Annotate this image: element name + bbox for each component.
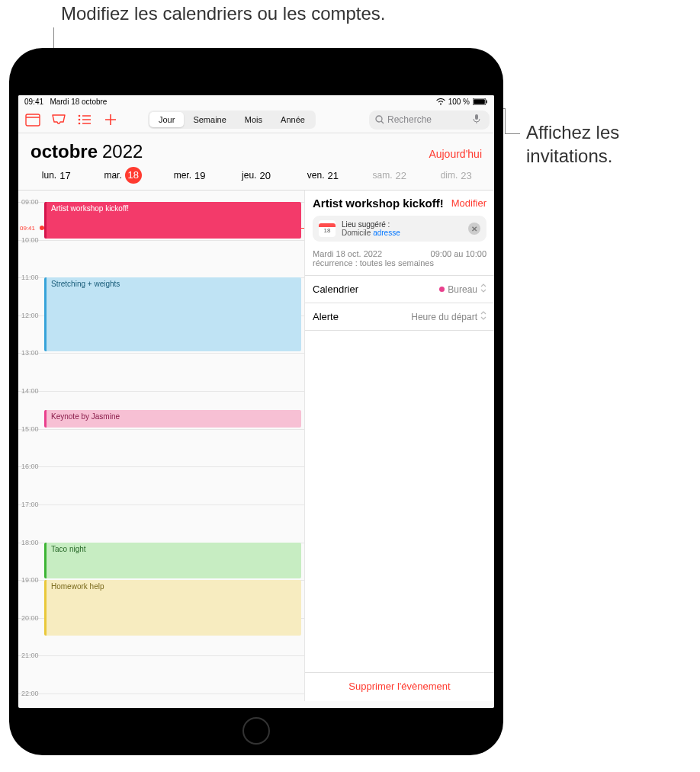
weekday-jeu.[interactable]: jeu.20 — [223, 167, 289, 184]
weekday-label: ven. — [307, 170, 325, 181]
mic-icon[interactable] — [473, 114, 483, 127]
calendar-day-icon: 18 — [319, 220, 336, 237]
list-icon[interactable] — [75, 110, 95, 130]
weekdays-row: lun.17mar.18mer.19jeu.20ven.21sam.22dim.… — [18, 167, 494, 191]
callout-line-2 — [505, 133, 520, 134]
seg-year[interactable]: Année — [271, 112, 314, 127]
callout-right-l1: Affichez les — [526, 122, 619, 143]
svg-line-14 — [381, 121, 384, 123]
toolbar: Jour Semaine Mois Année Recherche — [18, 107, 494, 133]
seg-week[interactable]: Semaine — [184, 112, 235, 127]
hour-row: 13:00 — [18, 353, 304, 354]
screen: 09:41 Mardi 18 octobre 100 % — [18, 95, 494, 708]
hour-row: 14:00 — [18, 391, 304, 392]
hour-row: 21:00 — [18, 655, 304, 656]
svg-point-6 — [79, 119, 81, 121]
hour-label: 19:00 — [21, 576, 39, 584]
svg-point-5 — [79, 115, 81, 117]
svg-rect-2 — [486, 101, 486, 104]
wifi-icon — [436, 98, 445, 105]
svg-point-7 — [79, 123, 81, 125]
updown-icon — [480, 283, 486, 295]
suggested-location[interactable]: 18 Lieu suggéré : Domicile adresse ✕ — [313, 216, 486, 242]
svg-rect-15 — [475, 114, 478, 120]
weekday-mer.[interactable]: mer.19 — [156, 167, 223, 184]
hour-label: 20:00 — [21, 614, 39, 622]
hour-label: 16:00 — [21, 463, 39, 470]
event-block[interactable]: Stretching + weights — [44, 277, 301, 351]
seg-day[interactable]: Jour — [149, 112, 184, 127]
alert-label: Alerte — [313, 311, 339, 322]
alert-value: Heure du départ — [411, 312, 477, 322]
calendar-label: Calendrier — [313, 283, 358, 295]
now-label: 09:41 — [20, 224, 35, 231]
hour-label: 17:00 — [21, 501, 39, 508]
status-time: 09:41 — [24, 98, 43, 106]
event-title: Artist workshop kickoff! — [313, 197, 447, 210]
search-icon — [375, 115, 384, 124]
event-meta: Mardi 18 oct. 2022 09:00 au 10:00 récurr… — [305, 245, 494, 276]
modify-button[interactable]: Modifier — [451, 197, 486, 209]
calendar-color-dot — [439, 287, 445, 292]
weekday-mar.[interactable]: mar.18 — [89, 167, 156, 184]
inbox-icon[interactable] — [49, 110, 69, 130]
callout-right-l2: invitations. — [526, 146, 612, 166]
weekday-label: lun. — [42, 170, 56, 181]
hour-label: 22:00 — [21, 690, 39, 697]
search-placeholder: Recherche — [387, 114, 432, 125]
calendars-icon[interactable] — [23, 110, 43, 130]
weekday-num: 19 — [194, 170, 205, 181]
event-block[interactable]: Taco night — [44, 543, 301, 579]
weekday-num: 23 — [461, 170, 471, 181]
hour-label: 12:00 — [21, 312, 39, 319]
status-right: 100 % — [436, 98, 488, 106]
weekday-ven.[interactable]: ven.21 — [290, 167, 356, 184]
hour-label: 15:00 — [21, 425, 39, 433]
hour-row: 16:00 — [18, 466, 304, 467]
month-header: octobre 2022 Aujourd'hui — [18, 133, 494, 167]
weekday-label: dim. — [441, 170, 458, 181]
event-date: Mardi 18 oct. 2022 — [313, 249, 382, 258]
weekday-num: 18 — [125, 167, 142, 184]
event-detail: Artist workshop kickoff! Modifier 18 Lie… — [305, 191, 494, 701]
callout-right: Affichez les invitations. — [526, 120, 619, 168]
battery-icon — [473, 98, 488, 105]
event-recurrence: récurrence : toutes les semaines — [313, 258, 486, 267]
weekday-lun.[interactable]: lun.17 — [23, 167, 89, 184]
weekday-label: mar. — [104, 170, 121, 181]
calendar-value: Bureau — [448, 284, 477, 295]
weekday-label: jeu. — [242, 170, 256, 181]
ipad-frame: 09:41 Mardi 18 octobre 100 % — [9, 48, 503, 755]
status-date: Mardi 18 octobre — [50, 98, 107, 106]
today-button[interactable]: Aujourd'hui — [429, 148, 482, 160]
calendar-row[interactable]: Calendrier Bureau — [305, 276, 494, 303]
event-time: 09:00 au 10:00 — [431, 249, 486, 258]
timeline[interactable]: 09:0010:0011:0012:0013:0014:0015:0016:00… — [18, 191, 305, 701]
add-icon[interactable] — [101, 110, 120, 130]
weekday-dim.[interactable]: dim.23 — [423, 167, 490, 184]
dismiss-location-icon[interactable]: ✕ — [468, 223, 480, 235]
home-button[interactable] — [242, 717, 270, 745]
svg-rect-1 — [474, 99, 485, 104]
hour-label: 13:00 — [21, 349, 39, 357]
month-name: octobre — [31, 141, 98, 162]
status-left: 09:41 Mardi 18 octobre — [24, 98, 107, 106]
event-block[interactable]: Artist workshop kickoff! — [44, 202, 301, 239]
weekday-sam.[interactable]: sam.22 — [356, 167, 422, 184]
battery-text: 100 % — [448, 98, 470, 106]
hour-label: 14:00 — [21, 387, 39, 395]
hour-label: 10:00 — [21, 236, 39, 244]
weekday-label: mer. — [174, 170, 191, 181]
status-bar: 09:41 Mardi 18 octobre 100 % — [18, 95, 494, 107]
event-block[interactable]: Keynote by Jasmine — [44, 410, 301, 428]
view-segmented: Jour Semaine Mois Année — [148, 111, 316, 129]
weekday-num: 17 — [59, 170, 70, 181]
delete-event-button[interactable]: Supprimer l'évènement — [305, 672, 494, 701]
seg-month[interactable]: Mois — [236, 112, 271, 127]
event-block[interactable]: Homework help — [44, 580, 301, 635]
hour-label: 21:00 — [21, 652, 39, 659]
year: 2022 — [102, 141, 143, 162]
search-field[interactable]: Recherche — [369, 111, 490, 130]
weekday-num: 20 — [259, 170, 270, 181]
alert-row[interactable]: Alerte Heure du départ — [305, 303, 494, 331]
